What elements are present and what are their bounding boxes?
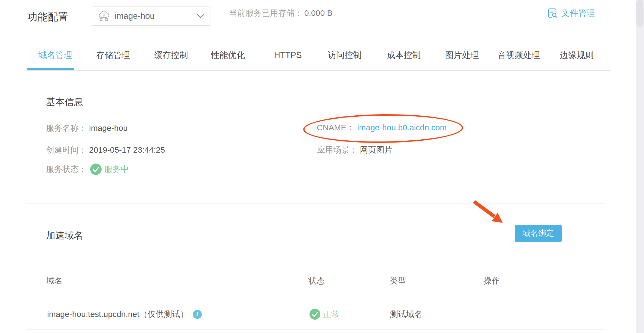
- function-config-page: 功能配置 image-hou 当前服务已用存储： 0.000 B: [0, 0, 644, 333]
- table-row-domain-cell: image-hou.test.upcdn.net（仅供测试） i: [47, 308, 202, 320]
- tab-label: 域名管理: [38, 50, 72, 61]
- service-status-label: 服务状态：: [46, 164, 87, 175]
- table-header-domain: 域名: [46, 275, 63, 286]
- tab-label: 性能优化: [211, 50, 245, 61]
- accel-domains-heading: 加速域名: [46, 229, 83, 242]
- tab-https[interactable]: HTTPS: [274, 41, 302, 70]
- tab-cost-control[interactable]: 成本控制: [387, 41, 421, 70]
- tab-label: 边缘规则: [560, 50, 594, 61]
- created-time-field: 创建时间： 2019-05-17 23:44:25: [46, 144, 165, 156]
- scrollbar-thumb[interactable]: [636, 0, 643, 27]
- info-icon[interactable]: i: [193, 310, 202, 319]
- cname-link[interactable]: image-hou.b0.aicdn.com: [357, 123, 447, 132]
- service-status-value: 服务中: [104, 164, 129, 175]
- tab-performance[interactable]: 性能优化: [211, 41, 245, 70]
- chevron-down-icon: [196, 14, 205, 18]
- table-row-type-cell: 测试域名: [390, 308, 423, 320]
- tab-domain-management[interactable]: 域名管理: [38, 41, 72, 70]
- scenario-label: 应用场景：: [317, 144, 358, 156]
- check-circle-icon: [309, 309, 320, 320]
- cname-field: CNAME： image-hou.b0.aicdn.com: [317, 122, 447, 133]
- tab-label: 音视频处理: [498, 50, 540, 61]
- file-manager-label: 文件管理: [561, 7, 595, 19]
- tab-edge-rules[interactable]: 边缘规则: [560, 41, 594, 70]
- domain-bind-button[interactable]: 域名绑定: [515, 225, 562, 242]
- domain-text: image-hou.test.upcdn.net（仅供测试）: [47, 309, 189, 320]
- tab-cache-control[interactable]: 缓存控制: [154, 41, 188, 70]
- tab-image-processing[interactable]: 图片处理: [445, 41, 479, 70]
- cloud-service-icon: [97, 10, 110, 22]
- service-status-field: 服务状态： 服务中: [46, 163, 129, 175]
- check-circle-icon: [90, 164, 102, 175]
- tab-label: 缓存控制: [154, 50, 188, 61]
- red-arrow-annotation: [463, 198, 509, 227]
- domain-status-value: 正常: [323, 309, 339, 320]
- table-header-action: 操作: [484, 275, 500, 286]
- service-name-label: 服务名称：: [46, 123, 87, 134]
- page-title: 功能配置: [27, 10, 69, 24]
- table-divider: [26, 329, 605, 330]
- tab-av-processing[interactable]: 音视频处理: [498, 41, 540, 70]
- table-row-status-cell: 正常: [309, 308, 339, 320]
- service-selector-value: image-hou: [115, 11, 154, 21]
- service-name-value: image-hou: [89, 124, 128, 133]
- table-header-type: 类型: [390, 275, 406, 286]
- tab-access-control[interactable]: 访问控制: [328, 41, 362, 70]
- scenario-field: 应用场景： 网页图片: [317, 144, 393, 156]
- storage-usage-label: 当前服务已用存储：: [229, 8, 303, 19]
- basic-info-heading: 基本信息: [46, 96, 83, 108]
- table-header-status: 状态: [308, 275, 325, 286]
- active-tab-underline: [27, 68, 74, 70]
- tab-label: 存储管理: [96, 50, 130, 61]
- tab-storage-management[interactable]: 存储管理: [96, 41, 130, 70]
- section-divider: [26, 203, 605, 203]
- storage-usage-value: 0.000 B: [304, 8, 332, 18]
- cname-label: CNAME：: [317, 122, 354, 133]
- table-divider: [26, 297, 605, 297]
- file-search-icon: [547, 8, 558, 18]
- config-tabbar: 域名管理 存储管理 缓存控制 性能优化 HTTPS 访问控制 成本控制 图片处理…: [26, 41, 611, 71]
- created-time-value: 2019-05-17 23:44:25: [89, 145, 165, 155]
- scenario-value: 网页图片: [360, 144, 393, 156]
- tab-label: HTTPS: [274, 50, 302, 60]
- tab-label: 访问控制: [328, 50, 362, 61]
- file-manager-link[interactable]: 文件管理: [547, 0, 595, 26]
- created-time-label: 创建时间：: [46, 144, 87, 156]
- tab-label: 成本控制: [387, 50, 421, 61]
- tab-label: 图片处理: [445, 50, 479, 61]
- service-name-field: 服务名称： image-hou: [46, 122, 128, 134]
- storage-usage: 当前服务已用存储： 0.000 B: [229, 0, 332, 26]
- scrollbar-track[interactable]: [636, 0, 644, 333]
- service-selector-dropdown[interactable]: image-hou: [91, 7, 211, 26]
- status-chip: 服务中: [90, 164, 129, 175]
